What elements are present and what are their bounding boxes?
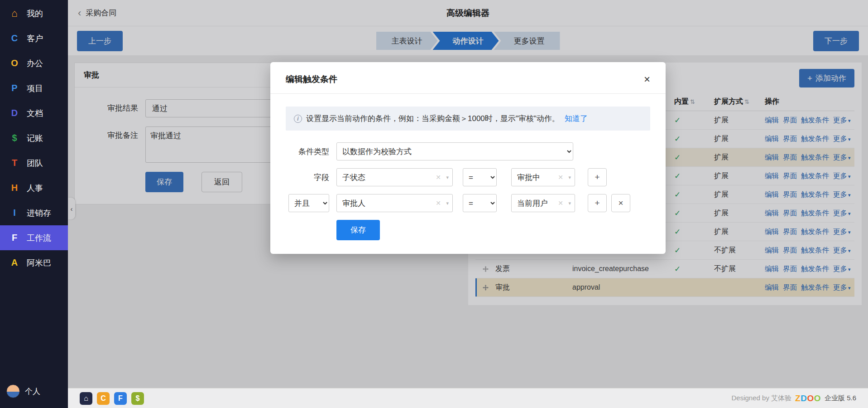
condition-type-label: 条件类型 [286, 146, 329, 157]
edition-text: 企业版 5.6 [825, 394, 856, 403]
flow-icon: F [8, 233, 21, 243]
chevron-down-icon[interactable]: ▾ [568, 175, 571, 180]
value-input[interactable] [511, 194, 575, 212]
sidebar-item-hr[interactable]: H 人事 [0, 175, 68, 200]
clear-icon[interactable]: ✕ [558, 199, 563, 207]
sidebar-item-label: 项目 [27, 83, 43, 94]
modal-info-text: 设置显示当前动作的条件，例如：当采购金额＞1000时，显示"审核"动作。 [306, 113, 560, 124]
sidebar-item-label: 进销存 [27, 208, 51, 219]
conjunction-select[interactable]: 并且 [288, 194, 329, 212]
sidebar-item-label: 阿米巴 [27, 257, 51, 268]
field-label: 字段 [286, 172, 329, 183]
sidebar-item-label: 我的 [27, 8, 43, 19]
project-icon: P [8, 83, 21, 93]
footer-crm-icon[interactable]: C [97, 392, 110, 405]
amoeba-icon: A [8, 257, 21, 268]
chevron-down-icon[interactable]: ▾ [568, 200, 571, 206]
home-icon: ⌂ [8, 7, 21, 19]
sidebar-item-oa[interactable]: O 办公 [0, 51, 68, 76]
doc-icon: D [8, 108, 21, 118]
chevron-down-icon[interactable]: ▾ [446, 200, 449, 206]
modal-info-bar: i 设置显示当前动作的条件，例如：当采购金额＞1000时，显示"审核"动作。 知… [286, 107, 650, 131]
sidebar-item-label: 团队 [27, 158, 43, 169]
modal-title: 编辑触发条件 [286, 73, 337, 85]
sidebar-item-doc[interactable]: D 文档 [0, 101, 68, 126]
modal-save-button[interactable]: 保存 [336, 220, 380, 240]
chevron-down-icon[interactable]: ▾ [446, 175, 449, 180]
clear-icon[interactable]: ✕ [558, 174, 563, 181]
cash-icon: $ [8, 133, 21, 143]
oa-icon: O [8, 58, 21, 68]
footer-cash-icon[interactable]: $ [131, 392, 144, 405]
sidebar-item-flow[interactable]: F 工作流 [0, 225, 68, 250]
profile-label: 个人 [25, 386, 40, 397]
operator-select[interactable]: = [463, 168, 497, 186]
sidebar-item-label: 文档 [27, 108, 43, 119]
add-condition-button[interactable]: + [588, 194, 607, 212]
value-combo: ✕ ▾ [511, 194, 575, 212]
condition-type-select[interactable]: 以数据作为校验方式 [336, 142, 573, 160]
condition-form: 条件类型 以数据作为校验方式 字段 ✕ ▾ = ✕ ▾ + [270, 131, 666, 254]
operator-select[interactable]: = [463, 194, 497, 212]
sidebar-item-project[interactable]: P 项目 [0, 76, 68, 101]
footer: ⌂ C F $ Designed by 艾体验 Z D O O 企业版 5.6 [68, 388, 868, 408]
sidebar-item-cash[interactable]: $ 记账 [0, 126, 68, 151]
crm-icon: C [8, 33, 21, 44]
close-icon[interactable]: × [644, 74, 650, 85]
sidebar-item-label: 客户 [27, 33, 43, 44]
sidebar-item-my[interactable]: ⌂ 我的 [0, 1, 68, 26]
sidebar-item-psi[interactable]: I 进销存 [0, 200, 68, 225]
team-icon: T [8, 158, 21, 168]
sidebar-items: ⌂ 我的 C 客户 O 办公 P 项目 D 文档 $ 记账 T 团队 H 人事 [0, 0, 68, 275]
sidebar-item-label: 人事 [27, 183, 43, 194]
sidebar-item-crm[interactable]: C 客户 [0, 26, 68, 51]
sidebar-item-label: 记账 [27, 133, 43, 144]
edit-trigger-condition-modal: 编辑触发条件 × i 设置显示当前动作的条件，例如：当采购金额＞1000时，显示… [270, 62, 666, 254]
field-combo: ✕ ▾ [336, 168, 453, 186]
zdoo-logo: Z D O O [795, 393, 821, 403]
info-icon: i [294, 115, 302, 123]
psi-icon: I [8, 208, 21, 218]
sidebar-item-label: 工作流 [27, 233, 51, 243]
footer-flow-icon[interactable]: F [114, 392, 127, 405]
add-condition-button[interactable]: + [588, 168, 607, 186]
got-it-link[interactable]: 知道了 [565, 113, 588, 124]
hr-icon: H [8, 183, 21, 193]
sidebar-profile[interactable]: 个人 [0, 380, 68, 403]
field-combo: ✕ ▾ [336, 194, 453, 212]
clear-icon[interactable]: ✕ [436, 199, 441, 207]
page: { "colors": { "accent_blue": "#2080f0", … [0, 0, 868, 408]
footer-home-icon[interactable]: ⌂ [80, 392, 92, 405]
clear-icon[interactable]: ✕ [436, 174, 441, 181]
sidebar-item-team[interactable]: T 团队 [0, 151, 68, 175]
sidebar-item-amoeba[interactable]: A 阿米巴 [0, 250, 68, 275]
sidebar-item-label: 办公 [27, 58, 43, 69]
value-combo: ✕ ▾ [511, 168, 575, 186]
sidebar: ⌂ 我的 C 客户 O 办公 P 项目 D 文档 $ 记账 T 团队 H 人事 [0, 0, 68, 408]
remove-condition-button[interactable]: × [611, 194, 630, 212]
designed-by-text: Designed by 艾体验 [732, 394, 792, 403]
value-input[interactable] [511, 168, 575, 186]
avatar [6, 384, 20, 398]
